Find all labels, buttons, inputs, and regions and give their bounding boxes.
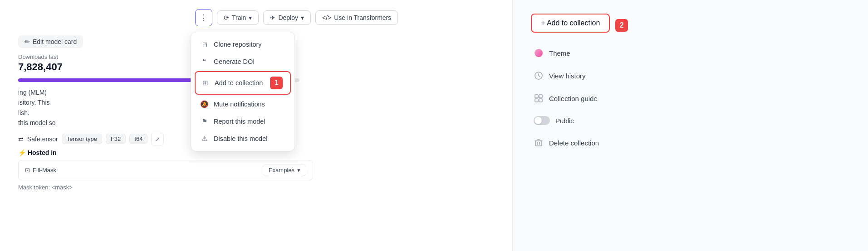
dropdown-item-generate-doi[interactable]: ❝ Generate DOI [191,53,294,70]
mute-icon: 🔕 [200,100,208,108]
svg-rect-2 [539,95,542,98]
left-panel: ⋮ ⟳ Train ▾ ✈ Deploy ▾ </> Use in Transf… [0,0,513,251]
history-icon [534,71,544,81]
toggle-knob [535,117,542,124]
sidebar-item-view-history[interactable]: View history [531,65,850,86]
delete-icon [534,138,544,148]
add-collection-icon: ⊞ [201,79,209,87]
sidebar-item-collection-guide[interactable]: Collection guide [531,88,850,109]
f32-tag: F32 [106,134,126,144]
dropdown-item-clone[interactable]: 🖥 Clone repository [191,36,294,53]
dropdown-item-report[interactable]: ⚑ Report this model [191,113,294,130]
report-icon: ⚑ [200,117,208,126]
train-button[interactable]: ⟳ Train ▾ [217,10,259,25]
more-options-button[interactable]: ⋮ [195,9,212,26]
guide-icon [534,93,544,103]
doi-icon: ❝ [200,58,208,66]
i64-tag: I64 [129,134,147,144]
lightning-icon: ⚡ [18,149,26,156]
edit-icon: ✏ [25,38,30,45]
safetensor-icon: ⇄ [18,135,24,143]
fill-mask-icon: ⊡ [25,167,30,174]
clone-icon: 🖥 [200,40,208,48]
badge-2: 2 [615,19,628,32]
deploy-icon: ✈ [270,14,275,21]
tensor-type-tag: Tensor type [62,134,102,144]
right-panel: + Add to collection 2 Theme View history [513,0,868,251]
deploy-chevron-icon: ▾ [301,14,304,21]
more-icon: ⋮ [200,13,208,23]
theme-icon [534,48,544,58]
deploy-button[interactable]: ✈ Deploy ▾ [263,10,311,25]
examples-chevron-icon: ▾ [297,167,300,174]
train-chevron-icon: ▾ [249,14,252,21]
fill-mask-label: ⊡ Fill-Mask [25,167,56,174]
badge-1-container: 1 [270,77,283,89]
expand-arrow-button[interactable]: ↗ [151,133,164,145]
examples-button[interactable]: Examples ▾ [263,164,306,176]
public-toggle[interactable] [534,116,550,125]
dropdown-item-mute[interactable]: 🔕 Mute notifications [191,96,294,113]
train-icon: ⟳ [224,14,229,21]
sidebar-item-delete-collection[interactable]: Delete collection [531,132,850,153]
disable-icon: ⚠ [200,135,208,143]
svg-rect-3 [535,99,538,102]
mask-token: Mask token: <mask> [18,184,494,191]
use-transformers-button[interactable]: </> Use in Transformers [315,10,398,25]
sidebar-item-theme[interactable]: Theme [531,43,850,63]
svg-rect-4 [539,99,542,102]
svg-rect-1 [535,95,538,98]
dropdown-menu: 🖥 Clone repository ❝ Generate DOI ⊞ Add … [191,32,295,151]
sidebar-item-public[interactable]: Public [531,111,850,130]
dropdown-item-disable[interactable]: ⚠ Disable this model [191,130,294,147]
badge-1: 1 [270,77,283,89]
dropdown-item-add-collection[interactable]: ⊞ Add to collection 1 [195,71,291,95]
svg-rect-5 [535,141,542,146]
add-to-collection-button[interactable]: + Add to collection [531,14,610,33]
edit-model-card-button[interactable]: ✏ Edit model card [18,35,83,48]
toolbar: ⋮ ⟳ Train ▾ ✈ Deploy ▾ </> Use in Transf… [14,9,498,26]
code-icon: </> [322,14,331,21]
fill-mask-row: ⊡ Fill-Mask Examples ▾ [18,160,313,180]
